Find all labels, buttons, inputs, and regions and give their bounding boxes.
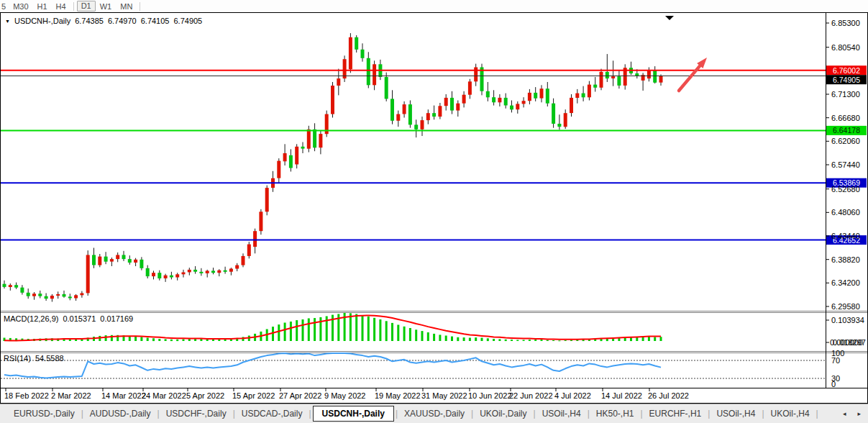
candle-down — [408, 104, 412, 124]
candle-up — [337, 78, 340, 86]
candle-up — [235, 265, 239, 269]
candle-up — [474, 68, 478, 82]
rsi-axis-label: 0 — [831, 380, 836, 388]
tab-ukoil-daily[interactable]: UKOil-,Daily — [473, 406, 533, 421]
candle-up — [462, 95, 466, 104]
timeframe-mn[interactable]: MN — [116, 2, 137, 11]
candle-down — [617, 76, 621, 86]
candle-up — [217, 270, 221, 273]
macd-histogram-bar — [541, 340, 543, 341]
candle-up — [456, 104, 460, 111]
macd-histogram-bar — [421, 331, 424, 341]
macd-histogram-bar — [516, 340, 518, 342]
candle-down — [534, 93, 537, 99]
candle-down — [146, 268, 150, 276]
date-tick-label: 18 Feb 2022 — [4, 391, 49, 400]
candle-down — [193, 270, 197, 272]
macd-histogram-bar — [152, 338, 155, 341]
macd-histogram-bar — [278, 324, 280, 341]
tab-usdchf-daily[interactable]: USDCHF-,Daily — [160, 406, 233, 421]
macd-histogram-bar — [523, 340, 525, 342]
macd-histogram-bar — [140, 337, 142, 341]
candle-up — [611, 76, 615, 78]
tab-audusd-daily[interactable]: AUDUSD-,Daily — [83, 406, 157, 421]
candle-down — [63, 294, 66, 297]
candle-up — [253, 231, 257, 247]
tab-usdcad-daily[interactable]: USDCAD-,Daily — [235, 406, 309, 421]
timeframe-d1[interactable]: D1 — [77, 1, 96, 12]
candle-up — [498, 98, 501, 102]
macd-histogram-bar — [463, 337, 465, 341]
macd-histogram-bar — [469, 338, 471, 342]
macd-histogram-bar — [552, 340, 554, 341]
macd-histogram-bar — [654, 337, 656, 341]
macd-histogram-bar — [391, 323, 393, 341]
candle-up — [182, 273, 186, 275]
macd-histogram-bar — [314, 318, 316, 341]
macd-histogram-bar — [433, 334, 435, 341]
date-tick-label: 26 Jul 2022 — [648, 391, 689, 400]
candle-down — [301, 147, 305, 149]
macd-histogram-bar — [403, 327, 406, 341]
candle-down — [313, 129, 316, 148]
arrow-object-shaft[interactable] — [679, 63, 703, 91]
candle-down — [104, 257, 108, 262]
macd-histogram-bar — [493, 339, 495, 341]
candle-down — [504, 98, 508, 106]
macd-histogram-bar — [498, 339, 501, 341]
macd-histogram-bar — [409, 328, 411, 341]
candle-down — [390, 99, 394, 120]
chart-canvas[interactable]: 6.760026.749056.641786.538696.426526.853… — [1, 13, 867, 403]
timeframe-h4[interactable]: H4 — [52, 2, 70, 11]
timeframe-m15-partial[interactable]: 5 — [1, 2, 9, 11]
candle-down — [367, 58, 370, 86]
candle-down — [552, 104, 555, 124]
horizontal-lines: 6.760026.749056.641786.538696.42652 — [1, 65, 867, 245]
macd-histogram-bar — [487, 338, 489, 341]
macd-histogram-bar — [534, 340, 536, 341]
macd-histogram-bar — [147, 338, 149, 342]
tab-hk50-h1[interactable]: HK50-,H1 — [590, 406, 641, 421]
price-tick-label: 6.38820 — [831, 255, 860, 264]
chart-window: 6.760026.749056.641786.538696.426526.853… — [0, 12, 868, 404]
macd-histogram-bar — [367, 317, 370, 341]
candle-up — [74, 295, 78, 298]
candle-down — [157, 273, 161, 278]
candle-up — [265, 188, 269, 212]
macd-histogram-bar — [284, 323, 286, 342]
tab-eurusd-daily[interactable]: EURUSD-,Daily — [7, 406, 81, 421]
candle-up — [206, 270, 209, 273]
price-tick-label: 6.52680 — [831, 185, 860, 194]
candle-up — [110, 259, 114, 262]
timeframe-toolbar: 5M30H1H4D1W1MN — [0, 0, 868, 12]
candle-down — [450, 98, 454, 111]
date-tick-label: 5 Apr 2022 — [186, 391, 224, 400]
tab-ukoil-h4[interactable]: UKOil-,H4 — [764, 406, 816, 421]
tab-usoil-h4[interactable]: USOil-,H4 — [536, 406, 588, 421]
candle-down — [432, 113, 436, 117]
candle-down — [355, 37, 358, 50]
macd-histogram-bar — [308, 319, 310, 342]
macd-histogram-bar — [648, 337, 650, 341]
date-tick-label: 4 Jul 2022 — [554, 391, 591, 400]
tab-xauusd-daily[interactable]: XAUUSD-,Daily — [398, 406, 471, 421]
candle-up — [9, 285, 12, 287]
timeframe-h1[interactable]: H1 — [33, 2, 52, 11]
toolbar-separator — [73, 2, 74, 11]
candle-up — [32, 294, 36, 296]
tab-usoil-h4[interactable]: USOil-,H4 — [710, 406, 762, 421]
candle-up — [444, 98, 448, 106]
tab-eurchf-h1[interactable]: EURCHF-,H1 — [643, 406, 708, 421]
timeframe-w1[interactable]: W1 — [96, 2, 117, 11]
candle-down — [20, 288, 24, 293]
macd-histogram-bar — [379, 319, 381, 341]
chart-shift-marker-icon[interactable] — [665, 16, 674, 20]
tab-usdcnh-daily[interactable]: USDCNH-,Daily — [313, 406, 394, 422]
timeframe-m30[interactable]: M30 — [9, 2, 32, 11]
candle-up — [570, 98, 573, 113]
tab-scroll-right-icon[interactable]: ▸ — [857, 410, 861, 417]
candle-down — [140, 260, 143, 268]
candle-down — [211, 270, 215, 273]
candle-up — [331, 86, 334, 114]
tab-scroll-left-icon[interactable]: ◂ — [843, 410, 846, 417]
